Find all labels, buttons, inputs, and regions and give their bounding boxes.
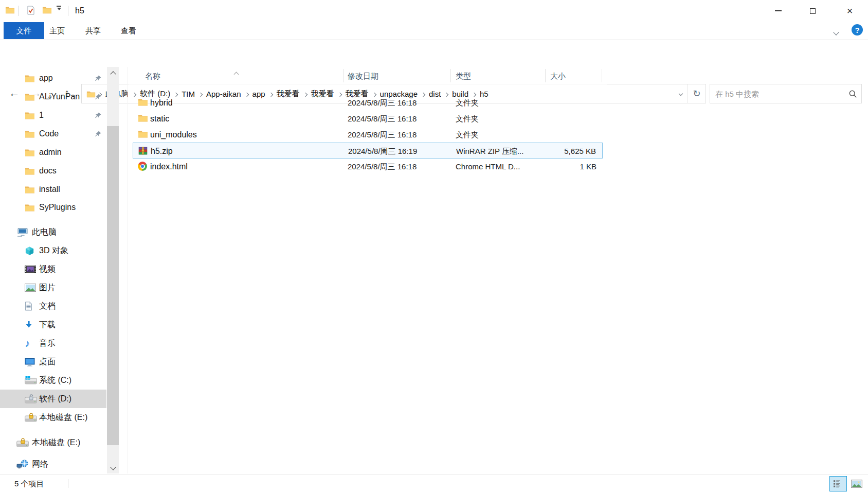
status-bar: 5 个项目 — [0, 475, 868, 492]
sidebar-item-label: Code — [39, 129, 59, 138]
file-type: Chrome HTML D... — [456, 159, 520, 174]
file-type: 文件夹 — [456, 95, 479, 111]
customize-quick-access-icon[interactable] — [57, 6, 61, 10]
tab-share[interactable]: 共享 — [80, 22, 106, 39]
sidebar-item-install[interactable]: install — [0, 180, 106, 199]
file-row-h5-zip[interactable]: h5.zip 2024/5/8/周三 16:19 WinRAR ZIP 压缩..… — [133, 143, 603, 159]
sidebar-item-drive-d[interactable]: 软件 (D:) — [0, 390, 106, 408]
sidebar-item-syplugins[interactable]: SyPlugins — [0, 198, 106, 217]
titlebar-separator — [68, 6, 68, 16]
folder-icon — [25, 93, 35, 101]
sidebar-item-videos[interactable]: 视频 — [0, 260, 106, 278]
items-count: 5 个项目 — [14, 475, 44, 492]
chrome-html-icon — [138, 162, 147, 171]
pin-icon — [95, 112, 102, 121]
sidebar-item-label: 桌面 — [39, 357, 56, 367]
sidebar-item-network[interactable]: 网络 — [0, 455, 106, 473]
refresh-icon[interactable]: ↻ — [688, 88, 706, 99]
locked-drive-icon — [25, 413, 37, 422]
sidebar-item-3d-objects[interactable]: 3D 对象 — [0, 241, 106, 260]
file-row-static[interactable]: static 2024/5/8/周三 16:18 文件夹 — [133, 111, 603, 127]
folder-icon — [138, 130, 148, 138]
sidebar-item-music[interactable]: ♪ 音乐 — [0, 334, 106, 353]
unlocked-drive-icon — [25, 394, 37, 403]
documents-icon — [25, 302, 32, 311]
pin-icon — [95, 75, 102, 84]
sidebar-item-label: 本地磁盘 (E:) — [39, 412, 87, 423]
sidebar-item-label: docs — [39, 166, 57, 175]
locked-drive-icon — [16, 438, 29, 447]
ribbon-tab-bar: 文件 主页 共享 查看 — [0, 22, 868, 40]
folder-icon — [25, 203, 35, 212]
details-view-icon — [833, 480, 843, 488]
folder-icon — [25, 167, 35, 175]
sidebar-item-drive-e1[interactable]: 本地磁盘 (E:) — [0, 408, 106, 427]
column-header-size[interactable]: 大小 — [550, 68, 566, 84]
sidebar-item-pictures[interactable]: 图片 — [0, 278, 106, 297]
minimize-button[interactable] — [766, 0, 790, 22]
sidebar-item-docs[interactable]: docs — [0, 162, 106, 180]
maximize-button[interactable] — [801, 0, 825, 22]
sidebar-item-label: 网络 — [32, 459, 48, 470]
sidebar-item-drive-e2[interactable]: 本地磁盘 (E:) — [0, 433, 106, 452]
sidebar-item-this-pc[interactable]: 此电脑 — [0, 223, 106, 241]
close-button[interactable]: × — [838, 0, 862, 22]
address-dropdown-icon[interactable] — [674, 92, 688, 95]
file-row-uni-modules[interactable]: uni_modules 2024/5/8/周三 16:18 文件夹 — [133, 127, 603, 143]
tab-file[interactable]: 文件 — [4, 22, 44, 39]
expand-ribbon-icon[interactable] — [834, 27, 838, 37]
sidebar-item-label: install — [39, 185, 60, 194]
sidebar-item-label: 文档 — [39, 301, 56, 312]
sidebar-item-documents[interactable]: 文档 — [0, 297, 106, 315]
file-type: 文件夹 — [456, 111, 479, 127]
app-folder-icon — [5, 6, 15, 14]
pin-icon — [95, 130, 102, 139]
tab-view[interactable]: 查看 — [115, 22, 142, 39]
folder-icon — [25, 111, 35, 119]
file-name: h5.zip — [151, 143, 173, 159]
column-header-type[interactable]: 类型 — [456, 68, 471, 84]
sidebar-item-aliyunpan[interactable]: ALiYunPan — [0, 87, 106, 106]
file-name: hybrid — [150, 95, 173, 111]
downloads-icon — [25, 321, 33, 329]
sidebar-scrollbar-thumb[interactable] — [107, 126, 119, 445]
titlebar-separator — [19, 6, 19, 16]
column-divider[interactable] — [450, 69, 451, 82]
scroll-up-icon[interactable] — [107, 68, 119, 80]
scroll-down-icon[interactable] — [107, 461, 119, 473]
search-box — [710, 84, 862, 103]
folder-icon — [25, 148, 35, 156]
sidebar-item-code[interactable]: Code — [0, 125, 106, 143]
tab-home[interactable]: 主页 — [44, 22, 70, 39]
this-pc-icon — [16, 227, 29, 237]
file-row-hybrid[interactable]: hybrid 2024/5/8/周三 16:18 文件夹 — [133, 95, 603, 111]
window-title: h5 — [75, 0, 84, 22]
column-header-name[interactable]: 名称 — [145, 68, 160, 84]
sidebar-item-label: SyPlugins — [39, 203, 76, 212]
column-divider[interactable] — [545, 69, 546, 82]
sidebar-item-downloads[interactable]: 下载 — [0, 315, 106, 334]
column-divider[interactable] — [602, 69, 602, 82]
minimize-icon — [775, 10, 782, 11]
sidebar-item-desktop[interactable]: 桌面 — [0, 353, 106, 371]
column-header-date[interactable]: 修改日期 — [348, 68, 378, 84]
sidebar-item-drive-c[interactable]: 系统 (C:) — [0, 371, 106, 390]
sidebar-item-1[interactable]: 1 — [0, 106, 106, 125]
search-input[interactable] — [710, 90, 844, 98]
pin-icon — [95, 93, 102, 102]
sidebar-item-label: app — [39, 74, 53, 83]
column-divider[interactable] — [343, 69, 344, 82]
sidebar-item-app[interactable]: app — [0, 69, 106, 87]
file-row-index-html[interactable]: index.html 2024/5/8/周三 16:18 Chrome HTML… — [133, 159, 603, 174]
details-view-button[interactable] — [829, 476, 847, 491]
header-underline — [129, 84, 607, 84]
properties-icon[interactable] — [27, 6, 35, 15]
search-icon[interactable] — [844, 90, 861, 98]
new-folder-icon[interactable] — [42, 6, 52, 14]
thumbnail-view-button[interactable] — [848, 476, 865, 491]
sidebar-item-label: 本地磁盘 (E:) — [32, 437, 80, 448]
sidebar-item-admin[interactable]: admin — [0, 143, 106, 162]
folder-icon — [25, 185, 35, 194]
help-icon[interactable]: ? — [852, 24, 863, 36]
sidebar-item-label: ALiYunPan — [39, 92, 80, 101]
